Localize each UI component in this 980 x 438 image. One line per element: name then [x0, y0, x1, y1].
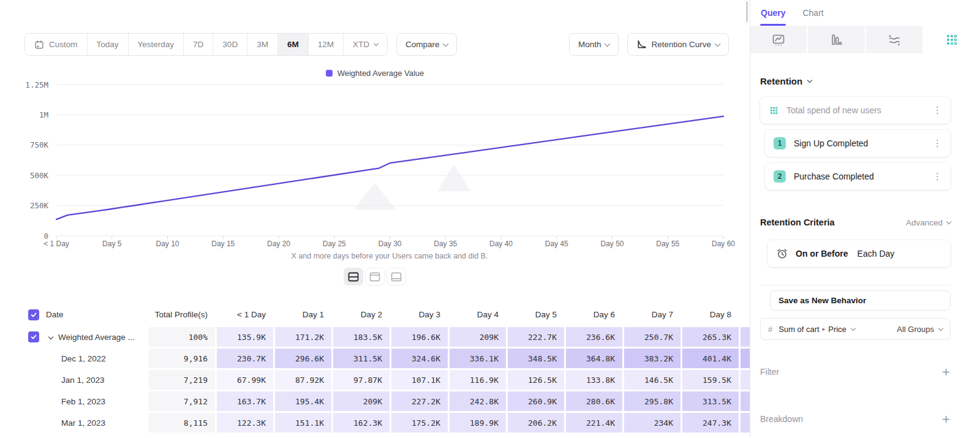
range-yesterday[interactable]: Yesterday	[128, 34, 184, 55]
retention-value-cell: 146.5K	[624, 370, 680, 390]
x-axis-tick-label: Day 10	[156, 240, 179, 248]
kebab-menu-icon[interactable]: ⋮	[933, 171, 942, 182]
compare-button[interactable]: Compare	[396, 33, 458, 56]
retention-value-cell: 280.6K	[566, 391, 622, 411]
filter-label: Filter	[760, 367, 779, 377]
retention-value-cell: 230.7K	[217, 349, 273, 368]
chart-style-button[interactable]: Retention Curve	[627, 33, 729, 56]
filter-section[interactable]: Filter +	[760, 365, 951, 378]
legend-label: Weighted Average Value	[337, 69, 424, 78]
range-30d[interactable]: 30D	[213, 34, 247, 55]
retention-value-cell: 364.8K	[566, 349, 622, 368]
range-label: XTD	[353, 40, 369, 49]
chart-view-button[interactable]	[365, 268, 385, 285]
range-label: Yesterday	[138, 40, 175, 49]
range-label: 30D	[222, 40, 238, 49]
retention-value-cell: 313.5K	[682, 391, 739, 411]
flow-icon[interactable]	[866, 26, 922, 53]
row-label: Dec 1, 2022	[61, 354, 106, 363]
kebab-menu-icon[interactable]: ⋮	[933, 138, 942, 149]
x-axis-tick-label: Day 20	[267, 240, 290, 248]
tab-chart[interactable]: Chart	[802, 8, 823, 26]
insights-icon[interactable]	[750, 26, 807, 53]
tab-query[interactable]: Query	[761, 8, 785, 26]
add-breakdown-icon[interactable]: +	[941, 412, 951, 425]
range-12m[interactable]: 12M	[308, 34, 343, 55]
retention-icon[interactable]	[924, 26, 980, 53]
total-profiles-cell: 100%	[149, 327, 215, 347]
retention-value-cell: 383.2K	[624, 349, 680, 368]
x-axis-tick-label: Day 25	[323, 240, 346, 248]
range-today[interactable]: Today	[87, 34, 128, 55]
scrollbar-thumb[interactable]	[746, 1, 748, 22]
y-axis-tick-label: 750K	[30, 140, 49, 149]
advanced-label: Advanced	[906, 218, 943, 227]
alarm-clock-icon	[776, 247, 788, 260]
range-label: Custom	[49, 40, 78, 49]
tab-query-label: Query	[761, 8, 785, 18]
funnel-icon[interactable]	[808, 26, 864, 53]
chevron-down-icon[interactable]	[48, 334, 53, 339]
total-profiles-cell: 7,219	[149, 370, 215, 390]
x-axis-caption: X and more days before your Users came b…	[292, 252, 488, 260]
range-7d[interactable]: 7D	[183, 34, 213, 55]
retention-curve-icon	[636, 39, 647, 50]
retention-value-cell: 247.3K	[682, 413, 739, 432]
add-filter-icon[interactable]: +	[941, 365, 951, 378]
granularity-label: Month	[578, 40, 601, 49]
panel-tabs: Query Chart	[750, 0, 980, 26]
measure-property-row[interactable]: # Sum of cart ▸ Price All Groups	[760, 318, 951, 340]
retention-section-header[interactable]: Retention	[760, 76, 951, 86]
retention-value-cell: 221.4K	[566, 413, 622, 432]
save-as-new-behavior-button[interactable]: Save as New Behavior	[770, 290, 951, 311]
range-custom[interactable]: Custom	[25, 34, 87, 55]
table-row[interactable]: Weighted Average ...100%135.9K171.2K183.…	[0, 327, 796, 347]
retention-value-cell: 295.8K	[624, 391, 680, 411]
retention-value-cell: 234K	[624, 413, 680, 432]
row-checkbox[interactable]	[28, 309, 39, 320]
chevron-down-icon	[715, 40, 721, 47]
range-xtd[interactable]: XTD	[343, 34, 387, 55]
check-icon	[30, 333, 37, 341]
retention-section-label: Retention	[760, 76, 802, 86]
split-view-button[interactable]	[344, 268, 363, 285]
step-number-badge: 2	[774, 170, 786, 183]
table-row[interactable]: Mar 1, 20238,115122.3K151.1K162.3K175.2K…	[0, 413, 796, 432]
table-row[interactable]: Dec 1, 20229,916230.7K296.6K311.5K324.6K…	[0, 349, 796, 368]
range-6m[interactable]: 6M	[277, 34, 308, 55]
advanced-dropdown[interactable]: Advanced	[906, 218, 951, 227]
kebab-menu-icon[interactable]: ⋮	[933, 105, 942, 116]
row-checkbox[interactable]	[28, 331, 39, 342]
y-axis-tick-label: 1M	[39, 110, 48, 119]
group-selector-label[interactable]: All Groups	[897, 325, 934, 334]
retention-value-cell: 159.5K	[682, 370, 739, 390]
chevron-down-icon	[851, 325, 856, 330]
table-row[interactable]: Feb 1, 20237,912163.7K195.4K209K227.2K24…	[0, 391, 796, 411]
chart-view-icon	[369, 272, 380, 282]
column-header: Day 3	[391, 304, 448, 325]
column-header: Day 1	[275, 304, 331, 325]
retention-value-cell: 189.9K	[450, 413, 506, 432]
table-view-button[interactable]	[386, 268, 406, 285]
step-card-1[interactable]: 1 Sign Up Completed ⋮	[765, 130, 951, 157]
range-label: Today	[97, 40, 119, 49]
granularity-button[interactable]: Month	[569, 33, 619, 56]
query-panel: Query Chart	[750, 0, 980, 438]
main-area: CustomTodayYesterday7D30D3M6M12MXTD Comp…	[0, 0, 750, 438]
chart-legend[interactable]: Weighted Average Value	[0, 69, 750, 78]
range-3m[interactable]: 3M	[247, 34, 277, 55]
behavior-card[interactable]: Total spend of new users ⋮	[760, 97, 951, 124]
breakdown-section[interactable]: Breakdown +	[760, 412, 951, 425]
x-axis-tick-label: < 1 Day	[43, 240, 69, 248]
retention-line-chart[interactable]: 1.25M1M750K500K250K0< 1 DayDay 5Day 10Da…	[0, 80, 750, 263]
table-row[interactable]: Jan 1, 20237,21967.99K87.92K97.87K107.1K…	[0, 370, 796, 390]
criteria-card[interactable]: On or Before Each Day	[767, 240, 951, 267]
number-property-icon: #	[768, 325, 772, 334]
column-header: Day 2	[333, 304, 390, 325]
chart-style-label: Retention Curve	[651, 40, 711, 49]
watermark-triangle	[437, 164, 470, 191]
range-label: 3M	[257, 40, 268, 49]
step-number-badge: 1	[774, 137, 786, 149]
row-label: Mar 1, 2023	[61, 418, 105, 428]
step-card-2[interactable]: 2 Purchase Completed ⋮	[765, 163, 951, 190]
